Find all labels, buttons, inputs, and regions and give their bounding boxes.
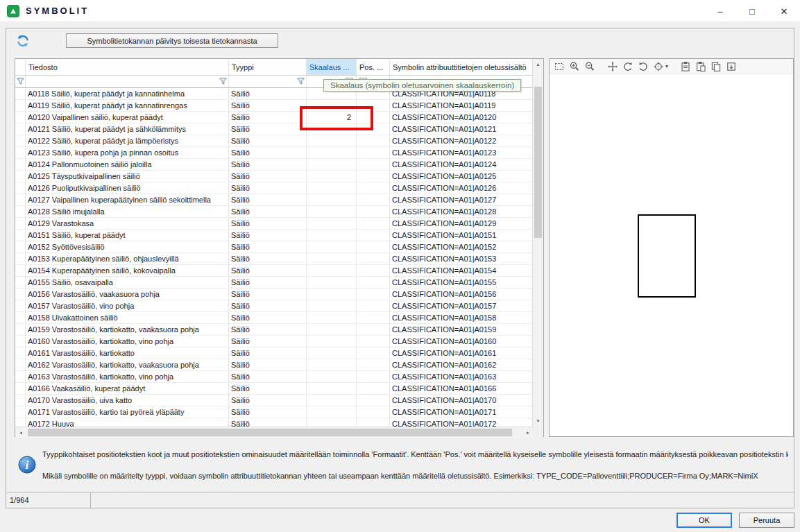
zoom-window-icon[interactable] bbox=[554, 61, 565, 72]
table-row[interactable]: A0154 Kuperapäätyinen säiliö, kokovaipal… bbox=[15, 265, 534, 277]
cell-tiedosto: A0170 Varastosäiliö, uiva katto bbox=[26, 395, 229, 406]
table-row[interactable]: A0157 Varastosäiliö, vino pohjaSäiliöCLA… bbox=[15, 300, 534, 312]
row-gutter bbox=[15, 171, 26, 182]
table-row[interactable]: A0128 Säiliö imujalallaSäiliöCLASSIFICAT… bbox=[15, 206, 534, 218]
cell-skaalaus bbox=[307, 230, 357, 241]
cell-tyyppi: Säiliö bbox=[229, 289, 307, 300]
column-header-tyyppi[interactable]: Tyyppi bbox=[229, 59, 307, 75]
cell-pos bbox=[357, 312, 390, 323]
table-row[interactable]: A0160 Varastosäiliö, kartiokatto, vino p… bbox=[15, 336, 534, 347]
cell-attr: CLASSIFICATION=A01|A0129 bbox=[390, 218, 534, 229]
cell-attr: CLASSIFICATION=A01|A0158 bbox=[390, 312, 534, 323]
table-row[interactable]: A0129 VarastokasaSäiliöCLASSIFICATION=A0… bbox=[15, 218, 534, 230]
cancel-button[interactable]: Peruuta bbox=[739, 513, 794, 528]
filter-funnel-icon[interactable] bbox=[219, 78, 227, 85]
symbol-preview-rect bbox=[638, 214, 696, 298]
sync-database-icon[interactable] bbox=[16, 34, 30, 48]
copy-page-icon[interactable] bbox=[710, 61, 722, 72]
table-row[interactable]: A0151 Säiliö, kuperat päädytSäiliöCLASSI… bbox=[15, 230, 534, 241]
table-row[interactable]: A0155 Säiliö, osavaipallaSäiliöCLASSIFIC… bbox=[15, 277, 534, 289]
paste-page-icon[interactable] bbox=[726, 61, 737, 72]
center-view-icon[interactable] bbox=[653, 61, 664, 72]
vertical-scrollbar[interactable]: ▲ ▼ bbox=[532, 59, 543, 427]
table-row[interactable]: A0172 HuuvaSäiliöCLASSIFICATION=A01|A017… bbox=[15, 418, 534, 427]
minimize-button[interactable]: – bbox=[704, 0, 736, 22]
center-view-dropdown-icon[interactable]: ▾ bbox=[665, 63, 668, 69]
table-row[interactable]: A0170 Varastosäiliö, uiva kattoSäiliöCLA… bbox=[15, 395, 534, 406]
update-from-database-button[interactable]: Symbolitietokannan päivitys toisesta tie… bbox=[66, 33, 278, 48]
cell-skaalaus bbox=[307, 206, 357, 217]
table-row[interactable]: A0124 Pallonmuotoinen säiliö jaloillaSäi… bbox=[15, 159, 534, 171]
scroll-left-icon[interactable]: ◄ bbox=[15, 427, 26, 438]
cell-tyyppi: Säiliö bbox=[229, 265, 307, 276]
table-row[interactable]: A0153 Kuperapäätyinen säiliö, ohjauslevy… bbox=[15, 253, 534, 265]
cell-skaalaus bbox=[307, 383, 357, 394]
cell-tyyppi: Säiliö bbox=[229, 359, 307, 370]
cell-tyyppi: Säiliö bbox=[229, 147, 307, 158]
zoom-out-icon[interactable] bbox=[584, 61, 595, 72]
clipboard-paste-icon[interactable] bbox=[695, 61, 706, 72]
cell-tiedosto: A0127 Vaipallinen kuperapäätyinen säiliö… bbox=[26, 194, 229, 205]
cell-pos bbox=[357, 218, 390, 229]
scroll-down-icon[interactable]: ▼ bbox=[533, 415, 543, 427]
table-row[interactable]: A0156 Varastosäiliö, vaakasuora pohjaSäi… bbox=[15, 289, 534, 300]
table-row[interactable]: A0122 Säiliö, kuperat päädyt ja lämpöeri… bbox=[15, 135, 534, 147]
close-button[interactable]: ✕ bbox=[768, 0, 800, 22]
table-row[interactable]: A0162 Varastosäiliö, kartiokatto, vaakas… bbox=[15, 359, 534, 371]
cell-tiedosto: A0151 Säiliö, kuperat päädyt bbox=[26, 230, 229, 241]
cell-tiedosto: A0166 Vaakasäiliö, kuperat päädyt bbox=[26, 383, 229, 394]
table-row[interactable]: A0171 Varastosäiliö, kartio tai pyöreä y… bbox=[15, 406, 534, 418]
table-row[interactable]: A0127 Vaipallinen kuperapäätyinen säiliö… bbox=[15, 194, 534, 206]
table-row[interactable]: A0121 Säiliö, kuperat päädyt ja sähköläm… bbox=[15, 123, 534, 135]
pan-icon[interactable] bbox=[607, 61, 618, 72]
ok-button[interactable]: OK bbox=[676, 513, 732, 528]
row-gutter bbox=[15, 265, 26, 276]
scroll-up-icon[interactable]: ▲ bbox=[533, 59, 543, 70]
symbol-preview-canvas[interactable] bbox=[550, 74, 793, 436]
filter-funnel-icon[interactable] bbox=[17, 78, 24, 85]
cell-tiedosto: A0119 Säiliö, kuperat päädyt ja kannatin… bbox=[26, 100, 229, 111]
table-row[interactable]: A0163 Varastosäiliö, kartiokatto, vino p… bbox=[15, 371, 534, 383]
filter-funnel-icon[interactable] bbox=[297, 78, 305, 85]
column-header-attr[interactable]: Symbolin attribuuttitietojen oletussisäl… bbox=[390, 59, 543, 75]
table-row[interactable]: A0158 Uivakattoinen säiliöSäiliöCLASSIFI… bbox=[15, 312, 534, 324]
svg-text:i: i bbox=[26, 459, 29, 471]
table-row[interactable]: A0152 SyöttövesisäiliöSäiliöCLASSIFICATI… bbox=[15, 241, 534, 253]
cell-tyyppi: Säiliö bbox=[229, 230, 307, 241]
cell-tiedosto: A0157 Varastosäiliö, vino pohja bbox=[26, 300, 229, 311]
cell-pos bbox=[357, 159, 390, 170]
cell-skaalaus bbox=[307, 371, 357, 382]
table-row[interactable]: A0125 Täysputkivaipallinen säiliöSäiliöC… bbox=[15, 171, 534, 182]
column-header-tiedosto[interactable]: Tiedosto bbox=[26, 59, 229, 75]
cell-attr: CLASSIFICATION=A01|A0171 bbox=[390, 406, 534, 418]
column-header-skaalaus[interactable]: Skaalaus ... bbox=[307, 59, 357, 75]
rotate-ccw-icon[interactable] bbox=[622, 61, 633, 72]
table-row[interactable]: A0166 Vaakasäiliö, kuperat päädytSäiliöC… bbox=[15, 383, 534, 395]
zoom-in-icon[interactable] bbox=[569, 61, 580, 72]
cell-pos bbox=[357, 147, 390, 158]
table-row[interactable]: A0119 Säiliö, kuperat päädyt ja kannatin… bbox=[15, 100, 534, 112]
filter-cell-tiedosto[interactable] bbox=[26, 76, 229, 87]
maximize-button[interactable]: □ bbox=[736, 0, 768, 22]
cell-skaalaus bbox=[307, 265, 357, 276]
horizontal-scroll-thumb[interactable] bbox=[28, 429, 512, 436]
clipboard-copy-icon[interactable] bbox=[680, 61, 691, 72]
table-row[interactable]: A0126 Puoliputkivaipallinen säiliöSäiliö… bbox=[15, 182, 534, 194]
cell-skaalaus bbox=[307, 277, 357, 288]
filter-cell-tyyppi[interactable] bbox=[229, 76, 307, 87]
table-row[interactable]: A0159 Varastosäiliö, kartiokatto, vaakas… bbox=[15, 324, 534, 336]
vertical-scroll-thumb[interactable] bbox=[534, 87, 542, 238]
table-row[interactable]: A0161 Varastosäiliö, kartiokattoSäiliöCL… bbox=[15, 347, 534, 359]
app-logo-icon bbox=[7, 5, 19, 17]
cell-pos bbox=[357, 253, 390, 264]
info-icon: i bbox=[18, 456, 36, 474]
table-row[interactable]: A0123 Säiliö, kupera pohja ja pinnan oso… bbox=[15, 147, 534, 159]
cell-tyyppi: Säiliö bbox=[229, 312, 307, 323]
cell-tyyppi: Säiliö bbox=[229, 324, 307, 335]
rotate-cw-icon[interactable] bbox=[638, 61, 649, 72]
column-header-pos[interactable]: Pos. ... bbox=[357, 59, 390, 75]
cell-tiedosto: A0156 Varastosäiliö, vaakasuora pohja bbox=[26, 289, 229, 300]
horizontal-scrollbar[interactable]: ◄ ► bbox=[15, 427, 534, 438]
table-row[interactable]: A0120 Vaipallinen säiliö, kuperat päädyt… bbox=[15, 112, 534, 123]
row-gutter bbox=[15, 123, 26, 135]
